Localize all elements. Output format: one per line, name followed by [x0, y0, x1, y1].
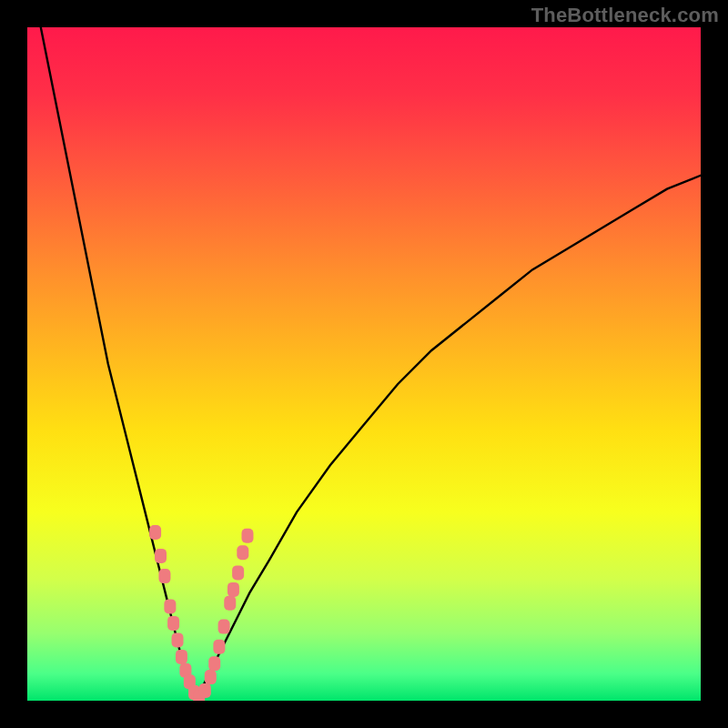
marker-point: [228, 582, 239, 597]
marker-point: [172, 632, 184, 647]
marker-point: [224, 596, 236, 611]
marker-point: [199, 683, 211, 698]
marker-point: [218, 620, 230, 634]
marker-point: [232, 565, 244, 580]
marker-point: [149, 525, 161, 540]
marker-point: [241, 529, 253, 543]
marker-point: [213, 640, 225, 654]
chart-plot: [27, 27, 701, 701]
chart-background: [27, 27, 701, 701]
marker-point: [167, 616, 179, 631]
marker-point: [158, 569, 170, 583]
marker-point: [205, 670, 217, 684]
chart-frame: TheBottleneck.com: [0, 0, 728, 728]
marker-point: [176, 650, 187, 664]
marker-point: [155, 549, 167, 563]
watermark-text: TheBottleneck.com: [531, 4, 719, 27]
marker-point: [237, 545, 248, 560]
marker-point: [208, 656, 220, 671]
marker-point: [164, 599, 176, 613]
